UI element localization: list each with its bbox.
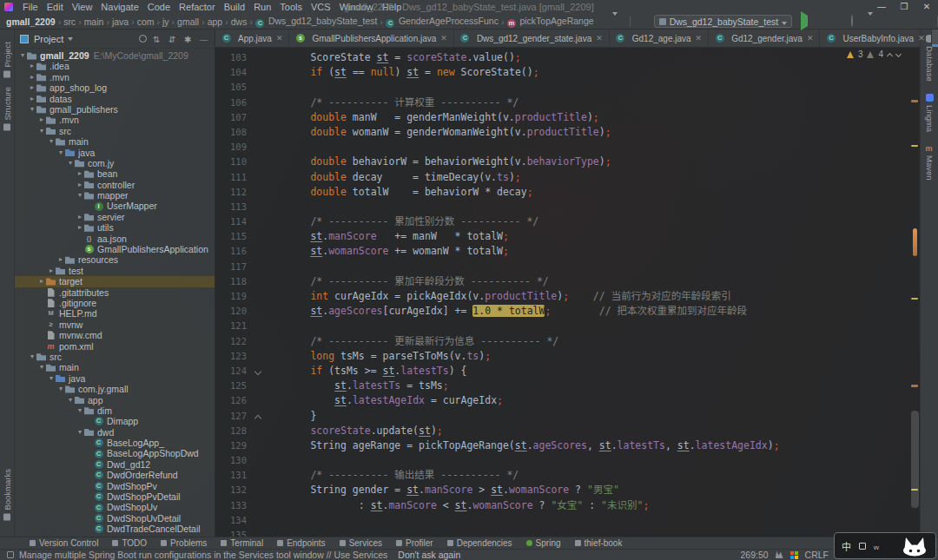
stop-icon[interactable] (920, 16, 931, 27)
tree-item-com-jy[interactable]: ▾com.jy (15, 158, 215, 168)
editor-tab-app-java[interactable]: CApp.java✕ (215, 30, 289, 47)
tool-button-dependencies[interactable]: Dependencies (447, 538, 512, 548)
inspections-widget[interactable]: 3 4 (847, 49, 901, 59)
tree-item-mvnw-cmd[interactable]: mvnw.cmd (15, 330, 215, 340)
tree-item-dwdorderrefund[interactable]: CDwdOrderRefund (15, 470, 215, 480)
tree-collapse-arrow[interactable]: ▾ (76, 190, 84, 201)
menu-file[interactable]: File (18, 2, 43, 12)
tab-close-icon[interactable]: ✕ (596, 34, 603, 43)
menu-edit[interactable]: Edit (43, 2, 68, 12)
error-stripe[interactable] (908, 48, 920, 537)
tree-collapse-arrow[interactable]: ▾ (56, 148, 65, 158)
breadcrumb-item-src[interactable]: src (63, 16, 76, 27)
tree-item-app-shop-log[interactable]: ▸app_shop_log (15, 82, 215, 93)
tab-close-icon[interactable]: ✕ (276, 34, 283, 43)
editor-tab-gmallpublishersapplication-java[interactable]: sGmallPublishersApplication.java✕ (289, 30, 453, 47)
tree-expand-arrow[interactable]: ▸ (76, 168, 84, 179)
paw-icon[interactable]: ᵥᵥ (874, 542, 879, 550)
tree-collapse-arrow[interactable]: ▾ (66, 395, 75, 405)
menu-tools[interactable]: Tools (275, 2, 307, 12)
editor-tab-dws-gd12-gender-state-java[interactable]: CDws_gd12_gender_state.java✕ (454, 30, 610, 47)
tree-item-utils[interactable]: ▸utils (15, 222, 215, 233)
tree-collapse-arrow[interactable]: ▾ (28, 352, 36, 362)
tool-button-problems[interactable]: Problems (161, 538, 207, 548)
event-log-icon[interactable] (7, 551, 14, 558)
tree-item-usermapper[interactable]: IUserMapper (15, 201, 215, 211)
tree-item-pom-xml[interactable]: mpom.xml (15, 341, 215, 352)
caret-icon[interactable] (612, 16, 624, 27)
tree-item-test[interactable]: ▸test (15, 266, 215, 276)
tree-collapse-arrow[interactable]: ▾ (47, 136, 56, 147)
maximize-button[interactable]: ❐ (893, 0, 915, 14)
tree-item-dimapp[interactable]: CDimapp (15, 416, 215, 426)
tree-item-bean[interactable]: ▸bean (15, 168, 215, 179)
tool-button-bookmarks[interactable]: Bookmarks (3, 469, 12, 521)
close-button[interactable]: ✕ (915, 0, 938, 14)
tool-button-profiler[interactable]: Profiler (396, 538, 433, 548)
tool-button-thief-book[interactable]: thief-book (575, 538, 623, 548)
menu-run[interactable]: Run (249, 2, 275, 12)
menu-window[interactable]: Window (335, 2, 378, 12)
tree-item-gitattributes[interactable]: .gitattributes (15, 287, 215, 298)
breadcrumb-item-com[interactable]: com (136, 16, 155, 27)
editor-tab-userbabyinfo-java[interactable]: CUserBabyInfo.java✕ (820, 30, 931, 47)
debug-icon[interactable] (816, 16, 827, 27)
tree-expand-arrow[interactable]: ▸ (28, 82, 36, 93)
tool-button-structure[interactable]: Structure (3, 87, 12, 131)
tree-expand-arrow[interactable]: ▸ (28, 72, 36, 82)
gear-icon[interactable] (184, 34, 194, 43)
scrollbar-thumb[interactable] (911, 411, 919, 508)
editor-tab-gd12-age-java[interactable]: CGd12_age.java✕ (610, 30, 709, 47)
tool-button-version-control[interactable]: Version Control (30, 538, 98, 548)
tree-expand-arrow[interactable]: ▸ (28, 94, 36, 104)
breadcrumb-item-dws[interactable]: dws (230, 16, 248, 27)
tool-button-lingma[interactable]: Lingma (925, 94, 935, 132)
tree-item-mvn[interactable]: ▸.mvn (15, 72, 215, 82)
tree-item-gitignore[interactable]: .gitignore (15, 298, 215, 308)
hide-icon[interactable] (200, 34, 209, 43)
tree-item-com-jy-gmall[interactable]: ▾com.jy.gmall (15, 384, 215, 394)
tool-button-todo[interactable]: TODO (112, 538, 147, 548)
tree-expand-arrow[interactable]: ▸ (76, 212, 84, 222)
tree-item-resources[interactable]: ▸resources (15, 254, 215, 265)
tree-collapse-arrow[interactable]: ▾ (28, 104, 36, 115)
profiler-icon[interactable] (850, 16, 862, 27)
tree-item-dim[interactable]: ▾dim (15, 405, 215, 416)
tree-item-gmallpublishersapplication[interactable]: sGmallPublishersApplication (15, 244, 215, 254)
fold-marker[interactable] (254, 409, 262, 424)
tree-item-idea[interactable]: ▸.idea (15, 61, 215, 71)
tree-item-dwdshoppvdetail[interactable]: CDwdShopPvDetail (15, 491, 215, 502)
tool-button-project[interactable]: Project (3, 42, 12, 78)
breadcrumb-item-app[interactable]: app (207, 16, 224, 27)
breadcrumb-item-gmall-2209[interactable]: gmall_2209 (5, 16, 56, 27)
tree-item-java[interactable]: ▾java (15, 373, 215, 384)
tree-item-mapper[interactable]: ▾mapper (15, 190, 215, 201)
tree-collapse-arrow[interactable]: ▾ (76, 405, 84, 416)
next-issue-icon[interactable] (895, 50, 902, 56)
tree-item-java[interactable]: ▾java (15, 148, 215, 158)
tree-item-src[interactable]: ▾src (15, 352, 215, 362)
tree-collapse-arrow[interactable]: ▾ (56, 384, 65, 394)
tree-item-target[interactable]: ▸target (15, 276, 215, 287)
tab-close-icon[interactable]: ✕ (696, 34, 703, 43)
breadcrumb-item-java[interactable]: java (111, 16, 129, 27)
bolt-icon[interactable] (885, 16, 896, 27)
chevron-down-icon[interactable] (68, 37, 73, 41)
hammer-icon[interactable] (637, 16, 648, 27)
ime-mode-indicator[interactable]: 中 (842, 539, 851, 553)
tree-item-dwdshopuvdetail[interactable]: CDwdShopUvDetail (15, 513, 215, 524)
menu-build[interactable]: Build (220, 2, 249, 12)
breadcrumb-item-dws-gd12-babystate-test[interactable]: CDws_gd12_babyState_test (254, 16, 379, 28)
tree-item-baselogappshopdwd[interactable]: CBaseLogAppShopDwd (15, 448, 215, 458)
menu-vcs[interactable]: VCS (307, 2, 335, 12)
tree-item-dwdshopuv[interactable]: CDwdShopUv (15, 502, 215, 512)
tree-expand-arrow[interactable]: ▸ (76, 222, 84, 233)
tree-expand-arrow[interactable]: ▸ (37, 115, 46, 125)
tree-expand-arrow[interactable]: ▸ (37, 276, 46, 287)
tree-collapse-arrow[interactable]: ▾ (66, 158, 75, 168)
tool-button-spring[interactable]: Spring (526, 538, 561, 548)
tree-collapse-arrow[interactable]: ▾ (47, 373, 56, 384)
tool-button-terminal[interactable]: Terminal (221, 538, 263, 548)
tab-close-icon[interactable]: ✕ (918, 34, 925, 43)
breadcrumb-item-genderageprocessfunc[interactable]: CGenderAgeProcessFunc (385, 16, 499, 28)
